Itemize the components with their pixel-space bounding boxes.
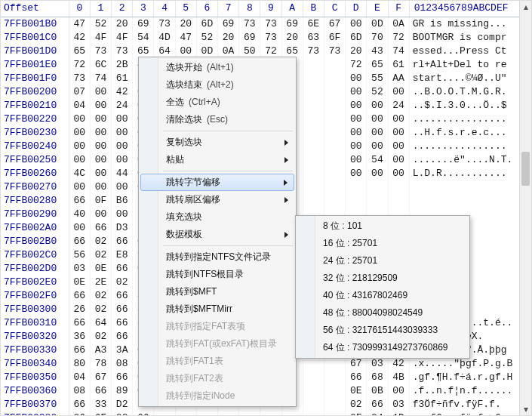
hex-cell[interactable]: 42 (388, 357, 409, 371)
hex-cell[interactable]: 66 (69, 316, 90, 330)
hex-cell[interactable]: 70 (367, 31, 388, 45)
hex-cell[interactable] (303, 153, 324, 167)
hex-cell[interactable]: 56 (69, 248, 90, 262)
hex-cell[interactable]: 24 (112, 99, 133, 112)
hex-cell[interactable]: 67 (90, 371, 111, 384)
hex-cell[interactable]: 73 (90, 45, 111, 58)
hex-cell[interactable]: 33 (90, 398, 111, 411)
hex-cell[interactable]: 54 (367, 153, 388, 167)
hex-cell[interactable]: 61 (388, 58, 409, 72)
hex-cell[interactable]: 66 (112, 316, 133, 330)
hex-cell[interactable]: 00 (346, 167, 367, 180)
hex-cell[interactable]: 66 (69, 235, 90, 248)
hex-cell[interactable]: 89 (112, 384, 133, 398)
ascii-cell[interactable]: .x....."þgf.P.g.B (409, 357, 531, 371)
hex-cell[interactable]: 0D (367, 17, 388, 32)
hex-cell[interactable]: 20 (218, 31, 239, 45)
ascii-cell[interactable]: .......ë"....N.T. (409, 153, 531, 167)
hex-cell[interactable]: A3 (90, 344, 111, 357)
hex-cell[interactable]: 02 (90, 330, 111, 344)
ascii-cell[interactable]: BOOTMGR is compr (409, 31, 531, 45)
scrollbar-thumb[interactable] (521, 152, 530, 186)
hex-cell[interactable]: 47 (69, 17, 90, 32)
hex-cell[interactable] (196, 411, 217, 415)
menu-item[interactable]: 复制选块 (140, 134, 294, 151)
hex-cell[interactable] (303, 72, 324, 85)
hex-cell[interactable] (175, 411, 196, 415)
hex-cell[interactable]: 44 (112, 167, 133, 180)
hex-cell[interactable]: 36 (69, 330, 90, 344)
hex-cell[interactable]: 63 (303, 31, 324, 45)
hex-cell[interactable]: 00 (388, 384, 409, 398)
hex-cell[interactable]: 4D (154, 31, 175, 45)
hex-cell[interactable]: 00 (90, 167, 111, 180)
hex-cell[interactable]: 1D (388, 411, 409, 415)
hex-cell[interactable] (346, 194, 367, 208)
submenu-item[interactable]: 56 位 : 32176151443039333 (297, 322, 468, 339)
hex-cell[interactable]: 03 (69, 262, 90, 276)
hex-cell[interactable] (367, 180, 388, 194)
hex-cell[interactable]: 6F (324, 31, 345, 45)
hex-cell[interactable] (324, 411, 345, 415)
hex-cell[interactable]: 0E (346, 384, 367, 398)
hex-cell[interactable]: 66 (90, 221, 111, 235)
hex-cell[interactable]: 00 (367, 140, 388, 153)
hex-cell[interactable]: 00 (69, 180, 90, 194)
hex-cell[interactable] (324, 72, 345, 85)
submenu-item[interactable]: 16 位 : 25701 (297, 235, 468, 252)
hex-cell[interactable]: 65 (69, 45, 90, 58)
hex-cell[interactable] (303, 194, 324, 208)
hex-cell[interactable]: 07 (69, 85, 90, 99)
hex-cell[interactable]: 00 (90, 99, 111, 112)
ascii-cell[interactable]: ................ (409, 112, 531, 126)
menu-item[interactable]: 跳转字节偏移 (140, 174, 294, 191)
hex-cell[interactable]: 00 (388, 153, 409, 167)
hex-cell[interactable]: 00 (90, 85, 111, 99)
hex-cell[interactable]: 73 (69, 72, 90, 85)
hex-cell[interactable]: 2E (90, 276, 111, 289)
hex-cell[interactable] (260, 411, 281, 415)
hex-cell[interactable]: 69 (218, 17, 239, 32)
hex-cell[interactable] (239, 411, 260, 415)
hex-cell[interactable]: 65 (367, 58, 388, 72)
hex-cell[interactable]: 47 (175, 31, 196, 45)
hex-cell[interactable]: 84 (367, 411, 388, 415)
hex-cell[interactable] (324, 384, 345, 398)
hex-cell[interactable]: E8 (112, 248, 133, 262)
hex-cell[interactable] (324, 140, 345, 153)
hex-cell[interactable]: 00 (112, 153, 133, 167)
menu-item[interactable]: 填充选块 (140, 208, 294, 226)
hex-cell[interactable]: 74 (90, 72, 111, 85)
hex-cell[interactable]: 2B (112, 58, 133, 72)
hex-cell[interactable]: 72 (388, 31, 409, 45)
menu-item[interactable]: 数据模板 (140, 226, 294, 243)
hex-cell[interactable]: 0E (69, 276, 90, 289)
hex-cell[interactable]: 74 (388, 45, 409, 58)
hex-cell[interactable]: 66 (69, 194, 90, 208)
hex-cell[interactable]: D3 (112, 221, 133, 235)
hex-row[interactable]: 7FFB001B04752206973206D697373696E67000D0… (1, 17, 531, 32)
hex-cell[interactable] (303, 112, 324, 126)
menu-item[interactable]: 全选(Ctrl+A) (140, 94, 294, 111)
hex-cell[interactable]: 66 (133, 411, 154, 415)
hex-cell[interactable] (324, 58, 345, 72)
hex-cell[interactable]: 66 (112, 303, 133, 316)
submenu-item[interactable]: 8 位 : 101 (297, 217, 468, 235)
hex-cell[interactable] (324, 371, 345, 384)
hex-cell[interactable]: 67 (346, 357, 367, 371)
menu-item[interactable]: 选块开始(Alt+1) (140, 59, 294, 76)
hex-cell[interactable]: 00 (69, 153, 90, 167)
hex-cell[interactable]: 80 (69, 357, 90, 371)
hex-cell[interactable]: 00 (388, 167, 409, 180)
hex-cell[interactable]: 00 (112, 140, 133, 153)
hex-cell[interactable] (367, 194, 388, 208)
context-menu[interactable]: 选块开始(Alt+1)选块结束(Alt+2)全选(Ctrl+A)清除选块(Esc… (138, 57, 297, 407)
hex-cell[interactable]: 55 (367, 72, 388, 85)
hex-cell[interactable]: 6E (303, 17, 324, 32)
hex-cell[interactable]: 20 (112, 17, 133, 32)
hex-cell[interactable] (324, 85, 345, 99)
hex-row[interactable]: 7FFB00380066E02660F841D.n.f£.n.fÿ.f.>6. (1, 411, 531, 415)
hex-cell[interactable]: 73 (260, 17, 281, 32)
hex-cell[interactable]: 4F (90, 31, 111, 45)
hex-cell[interactable]: 00 (346, 140, 367, 153)
